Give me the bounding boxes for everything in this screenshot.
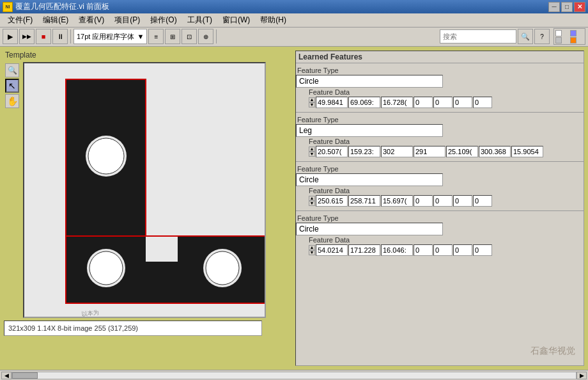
data-field-4-2[interactable]: 16.046: <box>381 244 413 256</box>
data-field-1-6[interactable]: 0 <box>473 97 492 108</box>
title-bar: NI 覆盖几何匹配特征.vi 前面板 ─ □ ✕ <box>0 0 588 13</box>
data-field-1-3[interactable]: 0 <box>414 97 433 108</box>
data-field-4-4[interactable]: 0 <box>433 244 453 256</box>
scroll-right[interactable]: ▶ <box>576 372 587 379</box>
menu-tools[interactable]: 工具(T) <box>182 13 217 27</box>
data-field-3-5[interactable]: 0 <box>453 195 472 207</box>
data-field-1-5[interactable]: 0 <box>453 97 472 108</box>
data-field-1-4[interactable]: 0 <box>433 97 453 108</box>
spin-up-2[interactable]: ▲ <box>309 146 315 152</box>
feature-type-input-1[interactable]: Circle <box>296 75 443 88</box>
feature-type-input-4[interactable]: Circle <box>296 223 443 235</box>
feature-type-input-3[interactable]: Circle <box>296 173 443 186</box>
bracket-svg: 以本为 <box>24 63 265 317</box>
spin-container-4: ▲ ▼ <box>309 245 315 255</box>
toolbar-dist[interactable]: ⊞ <box>165 29 180 44</box>
minimize-button[interactable]: ─ <box>548 2 560 12</box>
spin-up-1[interactable]: ▲ <box>309 97 315 102</box>
search-button[interactable]: 🔍 <box>518 29 533 44</box>
left-panel: Template 🔍 ↖ ✋ <box>4 51 291 367</box>
close-button[interactable]: ✕ <box>574 2 585 12</box>
menu-help[interactable]: 帮助(H) <box>255 13 291 27</box>
tool-zoom[interactable]: 🔍 <box>5 63 19 77</box>
data-field-4-1[interactable]: 171.228 <box>348 244 380 256</box>
toolbar-run-cont[interactable]: ▶▶ <box>19 29 35 44</box>
toolbar-abort[interactable]: ■ <box>36 29 51 44</box>
spin-down-1[interactable]: ▼ <box>309 102 315 107</box>
data-field-1-0[interactable]: 49.9841 <box>316 97 348 108</box>
feature-type-label-1: Feature Type <box>296 66 584 75</box>
spin-down-2[interactable]: ▼ <box>309 152 315 157</box>
svg-point-6 <box>89 251 123 285</box>
toolbar-order[interactable]: ⊕ <box>198 29 213 44</box>
menu-project[interactable]: 项目(P) <box>109 13 145 27</box>
tool-select[interactable]: ↖ <box>5 79 19 93</box>
data-field-4-3[interactable]: 0 <box>414 244 433 256</box>
data-field-2-6[interactable]: 15.9054 <box>511 146 543 157</box>
scroll-track[interactable] <box>12 372 576 379</box>
toolbar-resize[interactable]: ⊡ <box>182 29 197 44</box>
toolbar-run[interactable]: ▶ <box>3 29 18 44</box>
font-dropdown[interactable]: 17pt 应用程序字体 ▼ <box>74 29 147 44</box>
spin-down-4[interactable]: ▼ <box>309 250 315 255</box>
spin-arrows-1: ▲ ▼ <box>309 97 315 107</box>
data-field-3-0[interactable]: 250.615 <box>316 195 348 207</box>
menu-view[interactable]: 查看(V) <box>74 13 109 27</box>
toolbar-pause[interactable]: ⏸ <box>52 29 68 44</box>
toolbar-align[interactable]: ≡ <box>148 29 164 44</box>
tool-pan[interactable]: ✋ <box>5 94 19 108</box>
feature-block-4: Feature Type Circle Feature Data ▲ ▼ 54.… <box>296 214 584 256</box>
divider-2 <box>296 161 584 162</box>
scroll-left[interactable]: ◀ <box>1 372 12 379</box>
spin-up-3[interactable]: ▲ <box>309 196 315 201</box>
learned-features-title: Learned Features <box>296 51 584 63</box>
feature-block-2: Feature Type Leg Feature Data ▲ ▼ 20.507… <box>296 115 584 157</box>
spin-arrows-4: ▲ ▼ <box>309 245 315 255</box>
data-field-2-0[interactable]: 20.507( <box>316 146 348 157</box>
divider-1 <box>296 112 584 113</box>
menu-file[interactable]: 文件(F) <box>3 13 38 27</box>
svg-marker-9 <box>146 236 178 262</box>
feature-data-row-4: ▲ ▼ 54.0214 171.228 16.046: 0 0 0 0 <box>296 244 584 256</box>
data-field-4-0[interactable]: 54.0214 <box>316 244 348 256</box>
data-field-3-1[interactable]: 258.711 <box>348 195 380 207</box>
image-canvas: 以本为 <box>24 63 265 317</box>
data-field-4-5[interactable]: 0 <box>453 244 472 256</box>
template-label: Template <box>4 51 291 59</box>
feature-block-1: Feature Type Circle Feature Data ▲ ▼ 49.… <box>296 66 584 108</box>
data-field-3-2[interactable]: 15.697( <box>381 195 413 207</box>
feature-type-label-3: Feature Type <box>296 164 584 173</box>
data-field-1-2[interactable]: 16.728( <box>381 97 413 108</box>
feature-type-input-2[interactable]: Leg <box>296 124 443 137</box>
template-tools: 🔍 ↖ ✋ <box>4 62 20 318</box>
status-bar: 321x309 1.14X 8-bit image 255 (317,259) <box>4 321 262 336</box>
data-field-3-6[interactable]: 0 <box>473 195 492 207</box>
help-button[interactable]: ? <box>534 29 550 44</box>
data-field-2-1[interactable]: 159.23: <box>348 146 380 157</box>
data-field-1-1[interactable]: 69.069: <box>348 97 380 108</box>
scroll-thumb[interactable] <box>12 372 38 379</box>
toolbar-extra <box>553 28 585 45</box>
data-field-2-3[interactable]: 291 <box>414 146 445 157</box>
feature-data-row-1: ▲ ▼ 49.9841 69.069: 16.728( 0 0 0 0 <box>296 97 584 108</box>
menu-window[interactable]: 窗口(W) <box>217 13 255 27</box>
dropdown-arrow: ▼ <box>137 33 144 40</box>
data-field-4-6[interactable]: 0 <box>473 244 492 256</box>
bottom-scrollbar[interactable]: ◀ ▶ <box>0 370 588 380</box>
data-field-2-4[interactable]: 25.109( <box>446 146 478 157</box>
feature-data-label-2: Feature Data <box>296 137 584 146</box>
right-panel: Learned Features Feature Type Circle Fea… <box>295 51 584 367</box>
data-field-3-3[interactable]: 0 <box>414 195 433 207</box>
spin-down-3[interactable]: ▼ <box>309 201 315 206</box>
data-field-2-2[interactable]: 302 <box>381 146 413 157</box>
data-field-2-5[interactable]: 300.368 <box>479 146 511 157</box>
spin-up-4[interactable]: ▲ <box>309 245 315 250</box>
title-buttons: ─ □ ✕ <box>548 2 585 12</box>
search-input[interactable] <box>440 29 516 44</box>
data-field-3-4[interactable]: 0 <box>433 195 453 207</box>
feature-data-label-3: Feature Data <box>296 186 584 195</box>
menu-operate[interactable]: 操作(O) <box>145 13 182 27</box>
menu-edit[interactable]: 编辑(E) <box>38 13 74 27</box>
maximize-button[interactable]: □ <box>561 2 573 12</box>
spin-container-2: ▲ ▼ <box>309 146 315 157</box>
